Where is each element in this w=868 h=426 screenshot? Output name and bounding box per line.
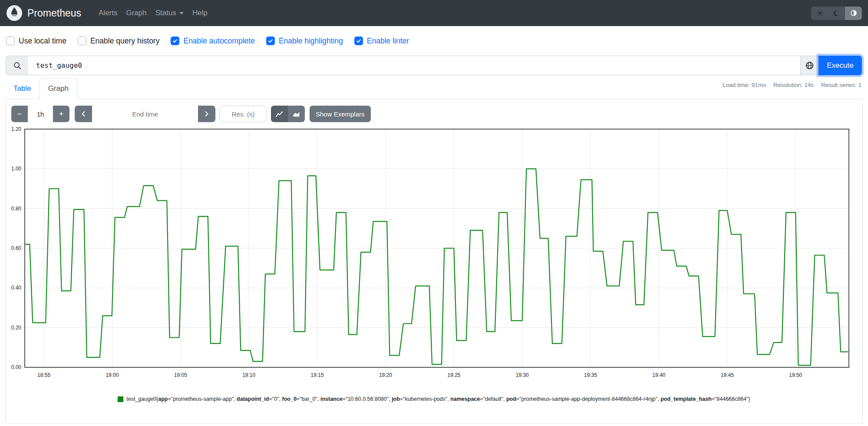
options-row: Use local timeEnable query historyEnable…	[6, 26, 409, 56]
theme-auto-button[interactable]	[845, 7, 862, 20]
option-label: Use local time	[19, 37, 66, 46]
nav-item-help[interactable]: Help	[188, 5, 212, 21]
series-line	[25, 169, 848, 365]
y-tick-label: 1.20	[11, 126, 22, 132]
resolution: Resolution: 14s	[773, 82, 814, 88]
stacked-graph-toggle[interactable]	[288, 106, 305, 122]
line-graph-toggle[interactable]	[271, 106, 288, 122]
tab-table[interactable]: Table	[5, 78, 40, 99]
option-label: Enable autocomplete	[183, 37, 254, 46]
y-tick-label: 0.20	[11, 325, 22, 331]
show-exemplars-button[interactable]: Show Exemplars	[310, 106, 371, 122]
theme-toggle-group	[811, 7, 862, 20]
chevron-left-icon	[81, 110, 86, 117]
query-input[interactable]	[28, 56, 800, 75]
x-tick-label: 19:50	[789, 372, 802, 378]
x-tick-label: 19:30	[516, 372, 529, 378]
prometheus-logo	[6, 5, 23, 21]
query-prefix	[6, 56, 28, 75]
search-icon	[13, 61, 22, 70]
option-label: Enable query history	[90, 37, 160, 46]
graph-panel: − +	[5, 99, 863, 424]
sun-icon	[816, 10, 823, 17]
theme-light-button[interactable]	[811, 7, 828, 20]
line-chart-icon	[276, 110, 283, 118]
checkbox-checked-icon[interactable]	[354, 37, 363, 45]
graph-legend: test_gauge0{app="prometheus-sample-app",…	[6, 396, 862, 402]
y-tick-label: 0.00	[11, 364, 22, 370]
load-time: Load time: 91ms	[723, 82, 766, 88]
gridlines	[25, 129, 849, 367]
query-bar: Execute	[6, 56, 862, 75]
navbar: Prometheus Alerts Graph Status Help	[0, 0, 868, 26]
execute-button[interactable]: Execute	[818, 56, 862, 75]
option-use-local-time[interactable]: Use local time	[6, 37, 66, 46]
option-enable-highlighting[interactable]: Enable highlighting	[266, 37, 343, 46]
option-enable-autocomplete[interactable]: Enable autocomplete	[171, 37, 254, 46]
x-tick-label: 19:15	[311, 372, 324, 378]
theme-dark-button[interactable]	[828, 7, 845, 20]
checkbox-unchecked-icon[interactable]	[78, 37, 86, 45]
result-series: Result series: 1	[821, 82, 861, 88]
query-stats: Load time: 91ms Resolution: 14s Result s…	[723, 82, 861, 88]
x-tick-label: 19:45	[721, 372, 734, 378]
end-time-forward-button[interactable]	[198, 106, 215, 122]
nav-item-status[interactable]: Status	[151, 5, 188, 21]
x-tick-label: 19:20	[379, 372, 392, 378]
y-tick-label: 0.60	[11, 245, 22, 251]
option-label: Enable highlighting	[279, 37, 343, 46]
range-increase-button[interactable]: +	[53, 106, 69, 122]
x-tick-label: 19:10	[242, 372, 255, 378]
nav-item-status-label: Status	[155, 9, 176, 17]
nav-item-alerts[interactable]: Alerts	[94, 5, 122, 21]
x-tick-label: 19:25	[447, 372, 460, 378]
x-tick-label: 18:55	[37, 372, 50, 378]
end-time-group	[75, 106, 215, 122]
x-tick-label: 19:05	[174, 372, 187, 378]
y-tick-label: 0.40	[11, 285, 22, 291]
checkbox-checked-icon[interactable]	[171, 37, 179, 45]
option-label: Enable linter	[367, 37, 409, 46]
auto-icon	[850, 10, 857, 17]
tab-bar: Table Graph Load time: 91ms Resolution: …	[5, 78, 863, 99]
option-enable-linter[interactable]: Enable linter	[354, 37, 409, 46]
end-time-back-button[interactable]	[75, 106, 92, 122]
legend-item: test_gauge0{app="prometheus-sample-app",…	[118, 396, 750, 402]
option-enable-query-history[interactable]: Enable query history	[78, 37, 160, 46]
checkbox-unchecked-icon[interactable]	[6, 37, 15, 45]
range-decrease-button[interactable]: −	[11, 106, 28, 122]
x-tick-label: 19:35	[584, 372, 597, 378]
metrics-explorer-button[interactable]	[800, 56, 818, 75]
globe-icon	[805, 61, 814, 70]
range-input[interactable]	[28, 106, 53, 122]
nav-links: Alerts Graph Status Help	[94, 5, 212, 21]
graph-canvas[interactable]: 0.000.200.400.600.801.001.2018:5519:0019…	[6, 126, 862, 387]
x-tick-label: 19:00	[106, 372, 119, 378]
moon-icon	[833, 10, 840, 17]
legend-swatch	[118, 396, 123, 402]
brand[interactable]: Prometheus	[27, 7, 81, 19]
caret-down-icon	[179, 12, 184, 14]
range-stepper: − +	[11, 106, 69, 122]
x-tick-label: 19:40	[652, 372, 665, 378]
end-time-input[interactable]	[92, 106, 198, 122]
stacked-chart-icon	[293, 110, 300, 118]
nav-item-graph[interactable]: Graph	[122, 5, 151, 21]
graph-type-toggle	[271, 106, 305, 122]
chevron-right-icon	[204, 110, 209, 117]
y-tick-label: 0.80	[11, 206, 22, 212]
legend-text: test_gauge0{app="prometheus-sample-app",…	[126, 396, 750, 402]
resolution-input[interactable]	[219, 106, 267, 122]
tab-graph[interactable]: Graph	[40, 78, 77, 99]
checkbox-checked-icon[interactable]	[266, 37, 275, 45]
y-tick-label: 1.00	[11, 166, 22, 172]
graph-controls: − +	[11, 106, 371, 122]
